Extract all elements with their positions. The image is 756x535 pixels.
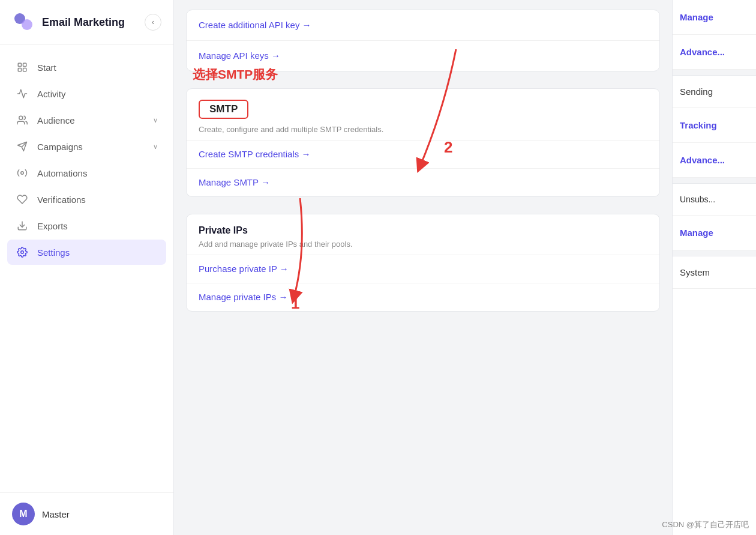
sidebar-item-label: Verifications [37, 195, 158, 205]
sidebar-item-activity[interactable]: Activity [7, 81, 166, 106]
audience-icon [16, 113, 29, 127]
chevron-down-icon: ∨ [153, 116, 158, 124]
scrollable-area: Create additional API key → Manage API k… [174, 0, 756, 535]
api-keys-section: Create additional API key → Manage API k… [186, 10, 660, 71]
sidebar-item-exports[interactable]: Exports [7, 213, 166, 238]
right-panel-advanced2: Advance... [673, 143, 756, 178]
private-ips-subtitle: Add and manage private IPs and their poo… [199, 240, 647, 249]
sidebar-item-label: Start [37, 62, 158, 73]
right-panel: Manage Advance... Sending Tracking Advan… [672, 0, 756, 535]
exports-icon [16, 219, 29, 232]
right-panel-unsubs: Unsubs... [673, 184, 756, 216]
manage-smtp-link[interactable]: Manage SMTP → [199, 177, 270, 187]
automations-icon [16, 166, 29, 180]
sidebar-item-label: Campaigns [37, 142, 153, 152]
manage-ips-link[interactable]: Manage private IPs → [199, 292, 287, 302]
right-panel-system: System [673, 256, 756, 289]
sidebar-item-label: Audience [37, 115, 153, 125]
right-panel-tracking: Tracking [673, 108, 756, 143]
create-api-key-link[interactable]: Create additional API key → [199, 20, 311, 30]
app-logo [12, 11, 35, 34]
sidebar-item-audience[interactable]: Audience ∨ [7, 107, 166, 133]
sidebar-header: Email Marketing ‹ [0, 0, 173, 45]
private-ips-section: Private IPs Add and manage private IPs a… [186, 214, 660, 312]
svg-rect-5 [23, 68, 26, 71]
sidebar-nav: Start Activity Audience ∨ [0, 45, 173, 492]
sidebar-footer: M Master [0, 492, 173, 535]
smtp-subtitle: Create, configure and add multiple SMTP … [199, 125, 647, 134]
verifications-icon [16, 193, 29, 206]
campaigns-icon [16, 140, 29, 153]
sidebar-item-settings[interactable]: Settings [7, 240, 166, 265]
right-panel-manage2: Manage [673, 216, 756, 250]
svg-rect-4 [18, 68, 21, 71]
svg-rect-2 [18, 63, 21, 66]
chevron-down-icon: ∨ [153, 143, 158, 151]
sidebar-item-start[interactable]: Start [7, 55, 166, 80]
manage-api-keys-link[interactable]: Manage API keys → [199, 50, 280, 61]
activity-icon [16, 87, 29, 100]
sidebar-item-label: Automations [37, 168, 158, 178]
sidebar: Email Marketing ‹ Start A [0, 0, 174, 535]
right-panel-sending: Sending [673, 76, 756, 108]
sidebar-item-campaigns[interactable]: Campaigns ∨ [7, 134, 166, 159]
create-smtp-link[interactable]: Create SMTP credentials → [199, 149, 310, 159]
settings-icon [16, 246, 29, 259]
right-panel-manage: Manage [673, 0, 756, 35]
app-title: Email Marketing [42, 16, 125, 29]
user-name: Master [42, 509, 70, 519]
private-ips-title: Private IPs [199, 225, 647, 236]
sidebar-item-label: Activity [37, 89, 158, 99]
svg-rect-3 [23, 63, 26, 66]
svg-point-9 [21, 172, 24, 175]
svg-point-11 [21, 251, 24, 254]
svg-point-6 [19, 116, 23, 119]
right-panel-advanced: Advance... [673, 35, 756, 70]
main-content: Create additional API key → Manage API k… [174, 0, 756, 535]
smtp-title: SMTP [199, 100, 248, 119]
purchase-ip-link[interactable]: Purchase private IP → [199, 264, 289, 274]
smtp-section: 选择SMTP服务 SMTP Create, configure and add … [186, 88, 660, 197]
sidebar-item-label: Settings [37, 247, 158, 258]
avatar: M [12, 503, 35, 525]
home-icon [16, 61, 29, 74]
sidebar-item-verifications[interactable]: Verifications [7, 187, 166, 212]
svg-point-1 [22, 19, 32, 30]
sidebar-item-automations[interactable]: Automations [7, 160, 166, 186]
sidebar-item-label: Exports [37, 221, 158, 231]
collapse-button[interactable]: ‹ [145, 14, 161, 31]
